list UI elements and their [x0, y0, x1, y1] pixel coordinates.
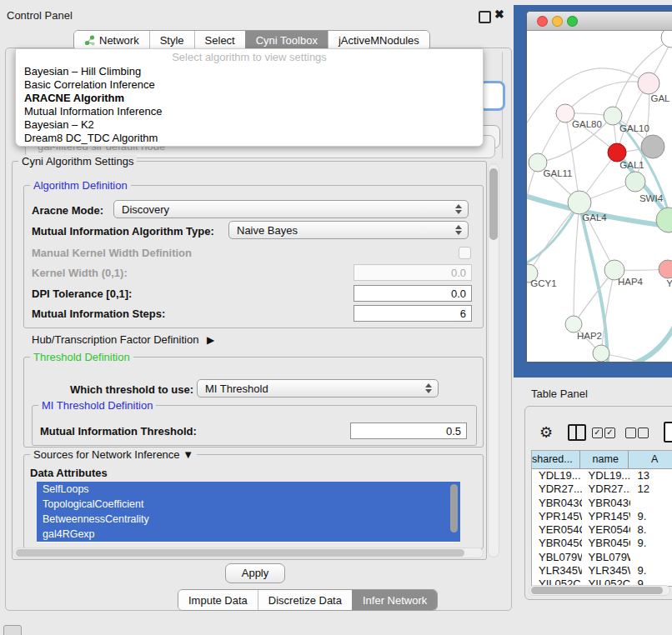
unchecked-checkbox-icon[interactable]: [638, 428, 649, 438]
network-node-gal10[interactable]: [604, 107, 622, 125]
tab-discretize-data[interactable]: Discretize Data: [258, 590, 352, 610]
table-horizontal-scrollbar[interactable]: [529, 585, 670, 596]
table-cell: YBR045C: [582, 537, 631, 550]
which-threshold-label: Which threshold to use:: [70, 383, 193, 396]
table-cell: YER054C: [582, 523, 631, 537]
zoom-traffic-light[interactable]: [567, 16, 578, 27]
tab-label: Impute Data: [188, 594, 248, 607]
data-attribute-item-selfloops[interactable]: SelfLoops: [37, 482, 460, 497]
data-attribute-item-gal4rgexp[interactable]: gal4RGexp: [37, 527, 460, 542]
close-traffic-light[interactable]: [537, 16, 548, 27]
network-node-swi4[interactable]: [625, 172, 645, 192]
kernel-width-field[interactable]: 0.0: [354, 264, 472, 281]
table-cell: YER054C: [532, 523, 582, 537]
table-cell: 13: [630, 469, 672, 482]
settings-horizontal-scrollbar[interactable]: [13, 548, 484, 558]
mi-type-value: Naive Bayes: [237, 224, 298, 237]
tab-select[interactable]: Select: [194, 31, 245, 50]
network-node[interactable]: [641, 135, 664, 158]
algorithm-dropdown-list: Bayesian – Hill ClimbingBasic Correlatio…: [16, 65, 483, 145]
table-row[interactable]: YDL19...YDL19...13: [532, 469, 672, 482]
columns-icon[interactable]: [568, 424, 586, 441]
list-scrollbar-thumb[interactable]: [450, 484, 458, 532]
table-row[interactable]: YDR27...YDR27...12: [532, 482, 672, 496]
data-attribute-item-topologicalcoefficient[interactable]: TopologicalCoefficient: [37, 497, 460, 512]
tab-jactivemnodules[interactable]: jActiveMNodules: [328, 31, 429, 50]
dpi-tolerance-field[interactable]: 0.0: [354, 285, 472, 302]
network-view[interactable]: GALGAL80GAL10GAL1GAL11SWI4GAL4HAP4YGCY1H…: [527, 31, 672, 362]
data-attributes-label: Data Attributes: [30, 467, 108, 479]
mi-threshold-field[interactable]: 0.5: [350, 422, 467, 439]
mi-type-combo[interactable]: Naive Bayes: [228, 221, 469, 239]
column-header-shared-[interactable]: shared...: [532, 451, 580, 469]
tab-label: Infer Network: [363, 594, 427, 607]
node-label-hap4: HAP4: [618, 277, 644, 287]
table-row[interactable]: YER054CYER054C8.: [532, 523, 672, 537]
algorithm-option-bayesian-k2[interactable]: Bayesian – K2: [16, 118, 483, 132]
network-node[interactable]: [656, 208, 672, 232]
column-header-a[interactable]: A: [629, 451, 672, 469]
column-header-name[interactable]: name: [580, 451, 629, 469]
tab-network[interactable]: Network: [74, 31, 149, 50]
table-row[interactable]: YBR045CYBR045C9.: [532, 537, 672, 550]
table-cell: YPR145W: [532, 510, 582, 523]
mi-steps-field[interactable]: 6: [354, 305, 472, 322]
minimize-traffic-light[interactable]: [552, 16, 563, 27]
combo-arrows-icon: [455, 204, 462, 214]
scrollbar-thumb[interactable]: [489, 168, 498, 240]
table-cell: YBR043C: [582, 497, 631, 510]
scrollbar-thumb[interactable]: [16, 549, 464, 557]
scrollbar-thumb[interactable]: [531, 587, 663, 594]
tab-infer-network[interactable]: Infer Network: [352, 590, 437, 610]
checked-checkbox-icon[interactable]: ✓: [592, 428, 603, 438]
tab-impute-data[interactable]: Impute Data: [178, 590, 258, 610]
apply-button[interactable]: Apply: [225, 563, 285, 583]
node-label-gcy1: GCY1: [530, 278, 556, 288]
hub-expander[interactable]: Hub/Transcription Factor Definition ▶: [32, 333, 214, 346]
tab-cyni-toolbox[interactable]: Cyni Toolbox: [245, 31, 328, 50]
algorithm-option-dream8-dc-tdc-algorithm[interactable]: Dream8 DC_TDC Algorithm: [16, 132, 483, 145]
network-node[interactable]: [593, 345, 609, 362]
manual-kernel-checkbox[interactable]: [459, 247, 471, 259]
algorithm-option-basic-correlation-inference[interactable]: Basic Correlation Inference: [16, 78, 483, 92]
unchecked-checkbox-icon[interactable]: [625, 428, 636, 438]
gear-icon[interactable]: ⚙: [539, 423, 553, 442]
table-cell: YBR043C: [532, 497, 582, 510]
collapsed-panel-button[interactable]: [3, 625, 22, 635]
data-attribute-item-betweennesscentrality[interactable]: BetweennessCentrality: [37, 512, 460, 527]
algorithm-option-mutual-information-inference[interactable]: Mutual Information Inference: [16, 105, 483, 118]
page-icon[interactable]: [664, 422, 672, 442]
close-icon[interactable]: ✖: [494, 8, 504, 21]
network-node-gal1[interactable]: [608, 143, 626, 162]
table-row[interactable]: YBR043CYBR043C: [532, 497, 672, 510]
algorithm-option-bayesian-hill-climbing[interactable]: Bayesian – Hill Climbing: [16, 65, 483, 78]
checked-checkbox-icon[interactable]: ✓: [604, 428, 615, 438]
node-label-gal11: GAL11: [544, 168, 573, 178]
table-cell: YBR045C: [532, 537, 582, 550]
settings-vertical-scrollbar[interactable]: [488, 163, 499, 558]
table-cell: 9.: [630, 564, 672, 578]
network-node-gal4[interactable]: [568, 191, 591, 214]
network-window-titlebar[interactable]: [527, 12, 672, 31]
aracne-mode-combo[interactable]: Discovery: [113, 200, 469, 218]
cyni-bottom-tabs: Impute DataDiscretize DataInfer Network: [178, 589, 438, 611]
float-window-icon[interactable]: [479, 11, 491, 23]
algorithm-dropdown-placeholder: Select algorithm to view settings: [16, 49, 483, 65]
node-label-gal4: GAL4: [582, 212, 607, 222]
table-row[interactable]: YBL079WYBL079W: [532, 551, 672, 564]
tab-style[interactable]: Style: [149, 31, 194, 50]
network-canvas[interactable]: GALGAL80GAL10GAL1GAL11SWI4GAL4HAP4YGCY1H…: [527, 31, 672, 362]
tab-label: Cyni Toolbox: [256, 34, 318, 47]
node-table: shared...nameA YDL19...YDL19...13YDR27..…: [531, 450, 672, 587]
algorithm-option-aracne-algorithm[interactable]: ARACNE Algorithm: [16, 92, 483, 105]
tab-label: jActiveMNodules: [339, 34, 419, 47]
network-node-hap2[interactable]: [565, 316, 582, 332]
network-node-y[interactable]: [659, 260, 672, 278]
mi-threshold-title: MI Threshold Definition: [38, 399, 156, 412]
which-threshold-combo[interactable]: MI Threshold: [197, 379, 439, 398]
table-cell: 8.: [630, 523, 672, 537]
table-row[interactable]: YPR145WYPR145W9.: [532, 510, 672, 523]
sources-title[interactable]: Sources for Network Inference ▼: [30, 448, 197, 461]
table-row[interactable]: YLR345WYLR345W9.: [532, 564, 672, 578]
network-node-gal[interactable]: [638, 72, 659, 94]
